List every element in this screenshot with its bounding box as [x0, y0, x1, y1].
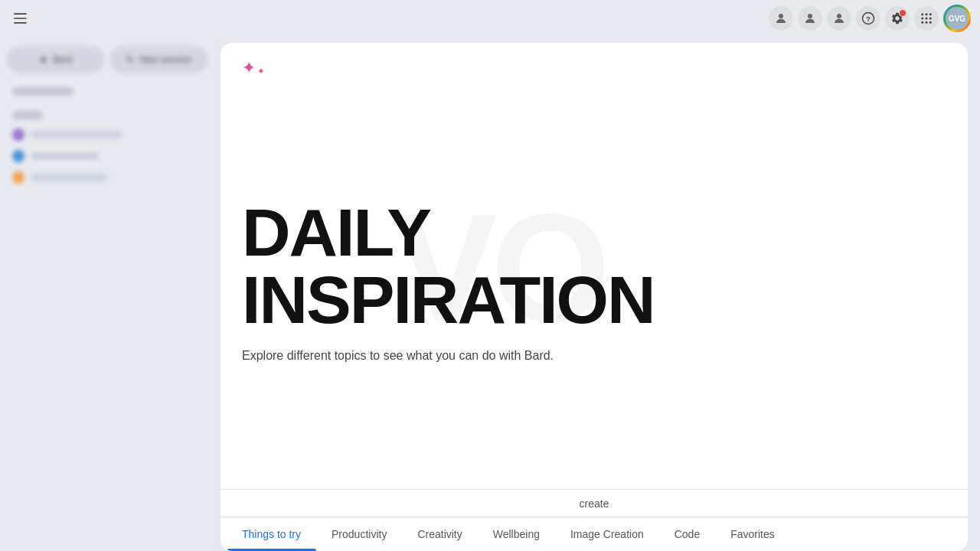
profile-icon-2[interactable] [798, 6, 822, 31]
go-to-bard-label [12, 87, 74, 96]
sidebar-item-3-text [31, 174, 107, 181]
create-bar: create [220, 490, 968, 517]
card-header: ✦ ✦ [220, 43, 968, 90]
svg-point-4 [808, 14, 812, 18]
svg-point-11 [921, 18, 923, 20]
svg-point-14 [921, 21, 923, 24]
sidebar-top-buttons: ✦ Bard ✎ New session [6, 46, 208, 73]
sidebar-dot-2 [12, 150, 24, 162]
svg-rect-2 [14, 22, 27, 24]
bard-button[interactable]: ✦ Bard [6, 46, 105, 73]
tab-favorites[interactable]: Favorites [715, 517, 790, 551]
sidebar-dot-3 [12, 171, 24, 184]
topbar-left [9, 6, 34, 31]
tab-productivity[interactable]: Productivity [316, 517, 402, 551]
tabs-container: create Things to try Productivity Creati… [220, 489, 968, 551]
svg-point-3 [779, 14, 783, 18]
sidebar-item-3[interactable] [6, 167, 208, 188]
tab-things-to-try[interactable]: Things to try [227, 517, 316, 551]
hero-section: VO DAILY INSPIRATION Explore different t… [220, 90, 968, 489]
topbar-right: ? GVG [769, 5, 971, 32]
sidebar-item-2[interactable] [6, 145, 208, 167]
tab-wellbeing[interactable]: Wellbeing [478, 517, 555, 551]
help-icon[interactable]: ? [856, 6, 880, 31]
settings-icon[interactable] [885, 6, 910, 31]
grid-icon[interactable] [914, 6, 939, 31]
main-content: ✦ Bard ✎ New session [0, 37, 980, 551]
hero-title-line1: DAILY [242, 199, 946, 266]
avatar-initials: GVG [946, 7, 969, 30]
svg-point-8 [921, 13, 923, 15]
center-panel: ✦ ✦ VO DAILY INSPIRATION Explore differe… [214, 37, 980, 551]
new-session-button[interactable]: ✎ New session [109, 46, 208, 73]
tab-creativity[interactable]: Creativity [402, 517, 477, 551]
svg-point-16 [929, 21, 932, 24]
svg-point-10 [929, 13, 932, 15]
tab-code[interactable]: Code [659, 517, 715, 551]
hero-title-line2: INSPIRATION [242, 266, 946, 334]
today-label [12, 111, 43, 119]
profile-icon-1[interactable] [769, 6, 793, 31]
bard-star-small: ✦ [257, 66, 265, 77]
svg-point-5 [837, 14, 841, 18]
sidebar: ✦ Bard ✎ New session [0, 37, 214, 551]
bard-star-large: ✦ [242, 58, 256, 78]
hamburger-icon[interactable] [9, 6, 34, 31]
tabs-row: Things to try Productivity Creativity We… [220, 517, 968, 551]
sidebar-dot-1 [12, 129, 24, 141]
svg-point-12 [926, 18, 928, 20]
svg-point-13 [929, 18, 932, 20]
sidebar-item-2-text [31, 152, 100, 160]
svg-rect-1 [14, 18, 27, 19]
hero-title: VO DAILY INSPIRATION [242, 199, 946, 334]
hero-subtitle: Explore different topics to see what you… [242, 349, 946, 363]
sidebar-item-1-text [31, 131, 122, 139]
tab-image-creation[interactable]: Image Creation [555, 517, 659, 551]
svg-text:?: ? [866, 15, 871, 23]
sidebar-item-1[interactable] [6, 124, 208, 145]
main-card: ✦ ✦ VO DAILY INSPIRATION Explore differe… [220, 43, 968, 551]
svg-point-9 [926, 13, 928, 15]
avatar[interactable]: GVG [943, 5, 971, 32]
topbar: ? GVG [0, 0, 980, 37]
svg-point-15 [926, 21, 928, 24]
create-label: create [580, 497, 609, 510]
profile-icon-3[interactable] [827, 6, 851, 31]
bard-logo: ✦ ✦ [242, 58, 265, 78]
svg-rect-0 [14, 13, 27, 15]
